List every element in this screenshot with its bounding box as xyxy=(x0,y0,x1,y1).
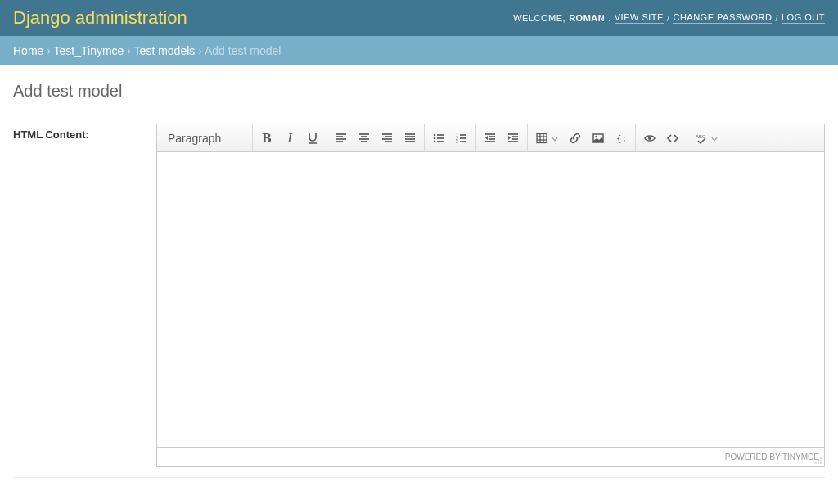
outdent-icon xyxy=(484,132,497,145)
bold-icon: B xyxy=(262,130,271,146)
format-select[interactable]: Paragraph xyxy=(160,128,250,149)
svg-point-43 xyxy=(595,135,597,137)
link-button[interactable] xyxy=(564,128,587,149)
spellcheck-dropdown[interactable] xyxy=(711,132,718,145)
align-left-icon xyxy=(335,132,348,145)
table-dropdown[interactable] xyxy=(552,132,558,145)
svg-point-50 xyxy=(815,462,817,464)
code-button[interactable] xyxy=(661,128,684,149)
svg-point-48 xyxy=(818,460,819,461)
logout-link[interactable]: LOG OUT xyxy=(782,12,825,24)
breadcrumb-home[interactable]: Home xyxy=(13,44,43,57)
align-center-button[interactable] xyxy=(353,128,376,149)
field-row-html-content: HTML Content: Paragraph B I xyxy=(13,124,825,478)
codesample-button[interactable]: {;} xyxy=(610,128,633,149)
toolbar-group-spell: ABC xyxy=(687,124,720,151)
link-icon xyxy=(569,132,582,145)
svg-point-52 xyxy=(820,462,822,464)
bullet-list-button[interactable] xyxy=(427,128,450,149)
italic-icon: I xyxy=(287,130,292,146)
italic-button[interactable]: I xyxy=(278,128,301,149)
eye-icon xyxy=(643,132,656,145)
toolbar-group-align xyxy=(327,124,425,151)
breadcrumbs: Home › Test_Tinymce › Test models › Add … xyxy=(0,36,838,65)
branding: Django administration xyxy=(13,7,187,29)
editor-content-area[interactable] xyxy=(157,152,824,447)
svg-point-47 xyxy=(820,457,822,459)
image-button[interactable] xyxy=(587,128,610,149)
align-center-icon xyxy=(358,132,371,145)
number-list-button[interactable]: 123 xyxy=(450,128,473,149)
toolbar-group-list: 123 xyxy=(425,124,476,151)
spellcheck-icon: ABC xyxy=(695,132,708,145)
indent-button[interactable] xyxy=(502,128,525,149)
svg-text:{;}: {;} xyxy=(616,133,628,144)
format-select-label: Paragraph xyxy=(168,132,221,145)
svg-point-18 xyxy=(434,137,436,139)
spellcheck-button[interactable]: ABC xyxy=(690,128,713,149)
svg-text:3: 3 xyxy=(456,138,458,143)
admin-header: Django administration WELCOME, ROMAN. VI… xyxy=(0,0,838,36)
resize-handle[interactable] xyxy=(814,457,822,465)
toolbar-group-insert: {;} xyxy=(561,124,636,151)
welcome-label: WELCOME, xyxy=(513,13,565,23)
svg-point-49 xyxy=(820,460,822,461)
user-links: WELCOME, ROMAN. VIEW SITE / CHANGE PASSW… xyxy=(513,12,825,24)
field-body: Paragraph B I xyxy=(156,124,825,467)
username: ROMAN xyxy=(569,13,605,23)
breadcrumb-model[interactable]: Test models xyxy=(134,44,196,57)
toolbar-group-fontstyle: B I xyxy=(253,124,327,151)
field-label: HTML Content: xyxy=(13,124,156,141)
breadcrumb-current: Add test model xyxy=(205,44,281,57)
toolbar-group-indent xyxy=(476,124,528,151)
editor-statusbar: POWERED BY TINYMCE xyxy=(157,447,824,466)
align-right-icon xyxy=(381,132,394,145)
align-justify-icon xyxy=(403,132,417,145)
indent-icon xyxy=(507,132,520,145)
codesample-icon: {;} xyxy=(615,132,628,145)
svg-point-45 xyxy=(648,137,651,140)
svg-point-17 xyxy=(434,133,436,136)
toolbar-group-format: Paragraph xyxy=(157,124,253,151)
bold-button[interactable]: B xyxy=(255,128,278,149)
underline-button[interactable] xyxy=(301,128,324,149)
number-list-icon: 123 xyxy=(455,132,468,145)
change-password-link[interactable]: CHANGE PASSWORD xyxy=(673,12,772,24)
powered-by-label: POWERED BY TINYMCE xyxy=(725,452,819,461)
align-right-button[interactable] xyxy=(376,128,399,149)
align-justify-button[interactable] xyxy=(399,128,421,149)
bullet-list-icon xyxy=(432,132,445,145)
tinymce-editor: Paragraph B I xyxy=(156,124,825,467)
table-button[interactable] xyxy=(530,128,553,149)
outdent-button[interactable] xyxy=(479,128,502,149)
svg-point-51 xyxy=(818,462,819,464)
content: Add test model HTML Content: Paragraph xyxy=(0,65,838,494)
svg-point-19 xyxy=(434,140,436,142)
svg-rect-37 xyxy=(537,133,547,142)
underline-icon xyxy=(306,132,319,145)
toolbar-group-table xyxy=(528,124,561,151)
table-icon xyxy=(535,132,548,145)
toolbar-group-view xyxy=(636,124,687,151)
view-site-link[interactable]: VIEW SITE xyxy=(615,12,664,24)
preview-button[interactable] xyxy=(638,128,661,149)
page-title: Add test model xyxy=(13,82,825,101)
code-icon xyxy=(666,132,679,145)
editor-toolbar: Paragraph B I xyxy=(157,124,824,152)
align-left-button[interactable] xyxy=(330,128,353,149)
image-icon xyxy=(592,132,605,145)
breadcrumb-app[interactable]: Test_Tinymce xyxy=(54,44,124,57)
